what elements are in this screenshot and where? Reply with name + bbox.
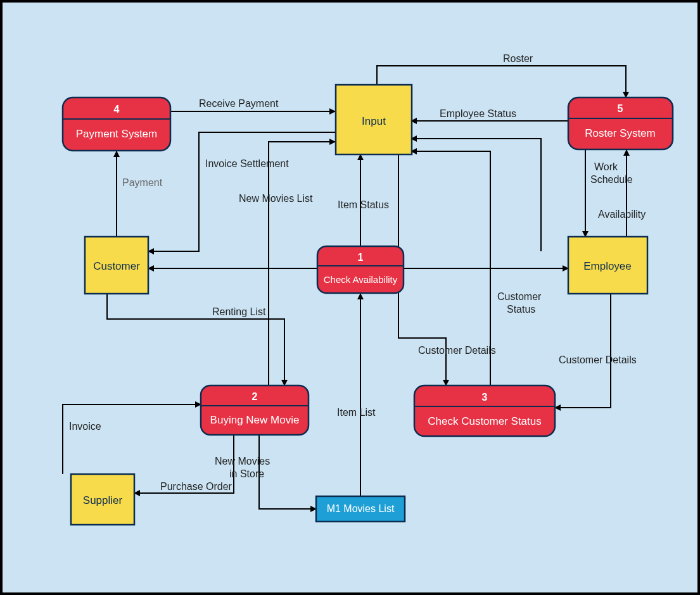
flow-work-schedule-label1: Work [594, 161, 618, 172]
flow-customer-status-label1: Customer [497, 291, 542, 302]
flow-purchase-order-label: Purchase Order [160, 481, 232, 492]
process-1-label: Check Availability [324, 274, 398, 285]
entity-customer: Customer [85, 237, 148, 294]
process-5-num: 5 [618, 103, 623, 114]
flow-employee-status-label: Employee Status [440, 108, 516, 119]
entity-employee-label: Employee [583, 260, 632, 272]
flow-availability-label: Availability [598, 209, 646, 220]
datastore-m1-movies-list: M1 Movies List [316, 496, 405, 522]
process-2-num: 2 [252, 391, 258, 402]
diagram-svg: Roster Receive Payment Employee Status P… [3, 3, 697, 592]
flow-customer-details-label: Customer Details [418, 345, 496, 356]
diagram-canvas: Roster Receive Payment Employee Status P… [0, 0, 700, 595]
flow-invoice [63, 404, 201, 474]
flow-renting-list-label: Renting List [212, 306, 266, 317]
flow-roster [377, 66, 626, 97]
flow-customer-status-label2: Status [507, 304, 535, 315]
process-roster-system: 5 Roster System [568, 97, 673, 149]
entity-employee: Employee [568, 237, 647, 294]
entity-supplier: Supplier [71, 474, 134, 525]
flow-invoice-label: Invoice [69, 421, 101, 432]
flow-new-movies-store [259, 435, 316, 509]
entity-customer-label: Customer [93, 260, 140, 272]
process-check-availability: 1 Check Availability [317, 246, 404, 293]
entity-input-label: Input [362, 115, 386, 127]
process-4-num: 4 [114, 104, 120, 115]
process-5-label: Roster System [585, 127, 655, 139]
flow-customer-details-2 [555, 294, 611, 408]
flow-customer-details-2-label: Customer Details [559, 354, 637, 365]
flow-invoice-settlement [148, 132, 335, 251]
flow-employee-input [411, 139, 541, 251]
datastore-m1-label: M1 Movies List [327, 503, 395, 514]
flow-new-movies-list-label: New Movies List [239, 193, 313, 204]
flow-new-movies-store-label2: in Store [229, 468, 264, 479]
flow-new-movies-store-label1: New Movies [215, 456, 270, 467]
flow-item-status-label: Item Status [338, 199, 389, 210]
entity-supplier-label: Supplier [83, 494, 123, 506]
process-payment-system: 4 Payment System [63, 97, 170, 151]
flow-payment-label: Payment [122, 177, 163, 188]
process-buying-new-movie: 2 Buying New Movie [201, 385, 309, 435]
process-2-label: Buying New Movie [210, 414, 300, 426]
process-3-label: Check Customer Status [428, 415, 542, 427]
flow-receive-payment-label: Receive Payment [199, 98, 279, 109]
entity-input: Input [336, 85, 412, 154]
flow-item-list-label: Item List [337, 407, 376, 418]
flow-roster-label: Roster [503, 53, 533, 64]
process-4-label: Payment System [76, 128, 158, 140]
process-3-num: 3 [482, 392, 488, 403]
flow-invoice-settlement-label: Invoice Settlement [205, 158, 289, 169]
process-1-num: 1 [358, 252, 364, 263]
process-check-customer-status: 3 Check Customer Status [414, 385, 555, 436]
